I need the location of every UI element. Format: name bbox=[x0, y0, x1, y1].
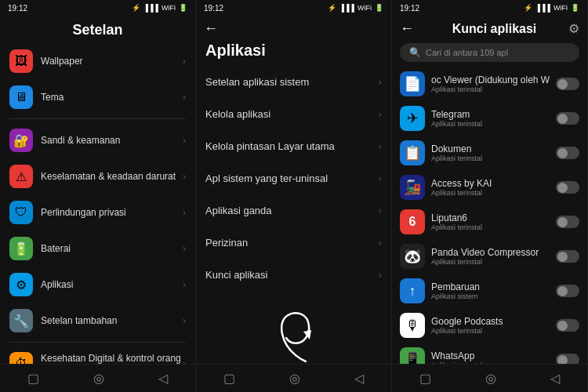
status-icons-2: ⚡ ▐▐▐ WiFi 🔋 bbox=[328, 4, 383, 12]
menu-item-digital[interactable]: ⏱ Kesehatan Digital & kontrol orang tua … bbox=[0, 346, 195, 364]
app-sub-2: Aplikasi terinstal bbox=[431, 154, 556, 162]
menu-item-tema[interactable]: 🖥 Tema › bbox=[0, 79, 195, 115]
status-bar-3: 19:12 ⚡ ▐▐▐ WiFi 🔋 bbox=[392, 0, 587, 16]
chevron-icon: › bbox=[183, 243, 186, 254]
menu-item-wallpaper[interactable]: 🖼 Wallpaper › bbox=[0, 43, 195, 79]
app-name-8: WhatsApp bbox=[431, 350, 556, 361]
ganda-label: Aplikasi ganda bbox=[205, 205, 379, 216]
menu-kelola[interactable]: Kelola aplikasi › bbox=[196, 98, 391, 130]
app-item-dokumen[interactable]: 📋 Dokumen Aplikasi terinstal bbox=[392, 136, 587, 170]
app-item-panda[interactable]: 🐼 Panda Video Compressor Aplikasi terins… bbox=[392, 239, 587, 274]
app-item-podcasts[interactable]: 🎙 Google Podcasts Aplikasi terinstal bbox=[392, 308, 587, 343]
divider-1 bbox=[9, 118, 186, 119]
menu-item-tambahan[interactable]: 🔧 Setelan tambahan › bbox=[0, 303, 195, 339]
back-button-3[interactable]: ← bbox=[400, 20, 414, 37]
nav-back-1[interactable]: ◁ bbox=[158, 371, 168, 386]
app-list: 📄 oc Viewer (Didukung oleh W Aplikasi te… bbox=[392, 67, 587, 364]
menu-setelan-sistem[interactable]: Setelan aplikasi sistem › bbox=[196, 66, 391, 98]
aplikasi-icon: ⚙ bbox=[9, 273, 33, 296]
menu-ganda[interactable]: Aplikasi ganda › bbox=[196, 194, 391, 227]
nav-circle-3[interactable]: ◎ bbox=[485, 371, 496, 386]
status-icons-1: ⚡ ▐▐▐ WiFi 🔋 bbox=[132, 4, 187, 12]
bluetooth-icon-3: ⚡ bbox=[524, 4, 532, 12]
telegram-icon: ✈ bbox=[400, 106, 425, 131]
menu-item-baterai[interactable]: 🔋 Baterai › bbox=[0, 230, 195, 267]
gear-icon[interactable]: ⚙ bbox=[568, 21, 579, 36]
tambahan-icon: 🔧 bbox=[9, 309, 33, 332]
chevron-icon: › bbox=[379, 238, 382, 249]
baterai-icon: 🔋 bbox=[9, 237, 33, 260]
toggle-5[interactable] bbox=[556, 250, 579, 263]
search-bar[interactable]: 🔍 Cari di antara 109 apl bbox=[400, 43, 579, 62]
digital-icon: ⏱ bbox=[9, 352, 33, 364]
menu-uninsal[interactable]: Apl sistem yang ter-uninsal › bbox=[196, 162, 391, 194]
status-bar-2: 19:12 ⚡ ▐▐▐ WiFi 🔋 bbox=[196, 0, 391, 16]
time-1: 19:12 bbox=[8, 4, 27, 13]
nav-square-3[interactable]: ▢ bbox=[419, 371, 431, 386]
app-name-0: oc Viewer (Didukung oleh W bbox=[431, 74, 556, 85]
app-item-whatsapp[interactable]: 📱 WhatsApp Aplikasi terinstal bbox=[392, 343, 587, 364]
arrow-annotation bbox=[196, 291, 391, 364]
kelola-label: Kelola aplikasi bbox=[205, 108, 379, 120]
chevron-icon: › bbox=[183, 135, 186, 146]
app-name-2: Dokumen bbox=[431, 143, 556, 154]
menu-pintasan[interactable]: Kelola pintasan Layar utama › bbox=[196, 130, 391, 162]
privasi-icon: 🛡 bbox=[9, 201, 33, 224]
pintasan-label: Kelola pintasan Layar utama bbox=[205, 140, 379, 152]
keselamatan-icon: ⚠ bbox=[9, 165, 33, 188]
toggle-0[interactable] bbox=[556, 78, 579, 90]
chevron-icon: › bbox=[183, 171, 186, 182]
nav-back-3[interactable]: ◁ bbox=[550, 371, 560, 386]
menu-item-aplikasi[interactable]: ⚙ Aplikasi › bbox=[0, 267, 195, 303]
tema-label: Tema bbox=[41, 92, 183, 103]
app-item-pembaruan[interactable]: ↑ Pembaruan Aplikasi sistem bbox=[392, 274, 587, 308]
chevron-icon: › bbox=[183, 56, 186, 67]
nav-back-2[interactable]: ◁ bbox=[354, 371, 364, 386]
time-2: 19:12 bbox=[204, 4, 223, 13]
toggle-4[interactable] bbox=[556, 216, 579, 228]
menu-item-privasi[interactable]: 🛡 Perlindungan privasi › bbox=[0, 194, 195, 230]
toggle-8[interactable] bbox=[556, 354, 579, 364]
chevron-icon: › bbox=[379, 270, 382, 281]
app-sub-5: Aplikasi terinstal bbox=[431, 258, 556, 266]
nav-square-2[interactable]: ▢ bbox=[223, 371, 235, 386]
tambahan-label: Setelan tambahan bbox=[41, 315, 183, 326]
kai-icon: 🚂 bbox=[400, 175, 425, 200]
wifi-icon-3: WiFi bbox=[554, 4, 568, 12]
back-button-2[interactable]: ← bbox=[204, 20, 218, 37]
nav-circle-2[interactable]: ◎ bbox=[289, 371, 300, 386]
chevron-icon: › bbox=[183, 279, 186, 290]
app-sub-3: Aplikasi terinstal bbox=[431, 189, 556, 197]
toggle-1[interactable] bbox=[556, 112, 579, 125]
app-item-telegram[interactable]: ✈ Telegram Aplikasi terinstal bbox=[392, 101, 587, 136]
wallpaper-icon: 🖼 bbox=[9, 49, 33, 73]
aplikasi-label: Aplikasi bbox=[41, 279, 183, 290]
menu-item-sandi[interactable]: 🔐 Sandi & keamanan › bbox=[0, 122, 195, 158]
toggle-7[interactable] bbox=[556, 319, 579, 332]
menu-list-1: 🖼 Wallpaper › 🖥 Tema › 🔐 Sandi & keamana… bbox=[0, 43, 195, 364]
signal-icon-3: ▐▐▐ bbox=[535, 4, 550, 12]
battery-icon-3: 🔋 bbox=[571, 4, 579, 12]
search-placeholder: Cari di antara 109 apl bbox=[426, 48, 508, 57]
panel1-title: Setelan bbox=[0, 16, 195, 43]
chevron-icon: › bbox=[379, 77, 382, 88]
toggle-3[interactable] bbox=[556, 181, 579, 194]
menu-kunci[interactable]: Kunci aplikasi › bbox=[196, 259, 391, 291]
nav-bar-3: ▢ ◎ ◁ bbox=[392, 364, 587, 392]
chevron-icon: › bbox=[379, 173, 382, 184]
divider-2 bbox=[9, 342, 186, 343]
arrow-svg bbox=[263, 299, 325, 364]
nav-square-1[interactable]: ▢ bbox=[27, 371, 39, 386]
app-item-liputan6[interactable]: 6 Liputan6 Aplikasi terinstal bbox=[392, 205, 587, 239]
menu-item-keselamatan[interactable]: ⚠ Keselamatan & keadaan darurat › bbox=[0, 158, 195, 194]
app-item-kai[interactable]: 🚂 Access by KAI Aplikasi terinstal bbox=[392, 170, 587, 205]
sandi-label: Sandi & keamanan bbox=[41, 135, 183, 146]
toggle-6[interactable] bbox=[556, 285, 579, 297]
app-item-ocviewer[interactable]: 📄 oc Viewer (Didukung oleh W Aplikasi te… bbox=[392, 67, 587, 101]
toggle-2[interactable] bbox=[556, 147, 579, 159]
signal-icon-2: ▐▐▐ bbox=[339, 4, 354, 12]
panda-icon: 🐼 bbox=[400, 244, 425, 269]
nav-circle-1[interactable]: ◎ bbox=[93, 371, 104, 386]
app-sub-4: Aplikasi terinstal bbox=[431, 223, 556, 231]
menu-perizinan[interactable]: Perizinan › bbox=[196, 227, 391, 259]
